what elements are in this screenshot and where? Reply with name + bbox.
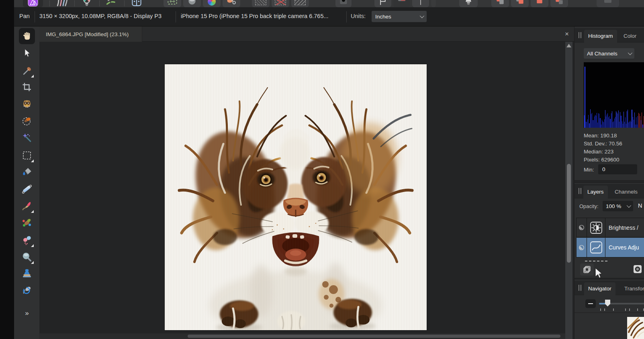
- tool-undo-brush[interactable]: [19, 283, 35, 299]
- app-window: Pan 3150 × 3200px, 10.08MP, RGBA/8 - Dis…: [0, 0, 644, 339]
- panel-grip-icon[interactable]: [579, 285, 581, 291]
- tool-erase-brush[interactable]: [19, 232, 35, 248]
- flag-line-button[interactable]: [374, 0, 391, 7]
- hatch-cross-button[interactable]: [272, 0, 289, 7]
- panel-divider: [574, 278, 644, 280]
- red-strip-button[interactable]: [393, 0, 410, 7]
- stat-stddev: Std. Dev.: 70.56: [584, 141, 622, 147]
- opacity-dropdown[interactable]: 100 %: [603, 201, 633, 211]
- tool-crop[interactable]: [19, 79, 35, 95]
- panel-grip-icon[interactable]: [579, 188, 581, 194]
- stacked-layers-button[interactable]: [580, 263, 594, 276]
- layer-thumbnail[interactable]: [587, 218, 605, 237]
- ruler-box-icon: [166, 0, 178, 7]
- mask-button[interactable]: [633, 264, 642, 274]
- tool-rect-marquee[interactable]: [19, 147, 35, 163]
- persona-tone-mapping-button[interactable]: [102, 0, 121, 7]
- arrange-c-button[interactable]: [531, 0, 548, 7]
- arrange-b-button[interactable]: [511, 0, 529, 7]
- slider-icon: [338, 0, 349, 7]
- arrange-d-button[interactable]: [550, 0, 568, 7]
- min-input[interactable]: 0: [598, 164, 637, 174]
- panel-grip-icon[interactable]: [579, 32, 581, 38]
- canvas-viewport[interactable]: [39, 42, 565, 339]
- slider-tick: [629, 308, 630, 311]
- arrange-b-icon: [514, 0, 526, 7]
- channel-dropdown-value: All Channels: [587, 51, 617, 57]
- tab-color[interactable]: Color: [619, 30, 640, 43]
- tool-owl-selection[interactable]: [19, 96, 35, 112]
- arrange-a-button[interactable]: [491, 0, 509, 7]
- tools-panel: »: [14, 27, 39, 339]
- vertical-scrollbar-thumb[interactable]: [567, 164, 571, 263]
- persona-photo-button[interactable]: [23, 0, 43, 7]
- vertical-scrollbar[interactable]: [565, 42, 572, 339]
- hatch-rect-icon: [255, 0, 266, 5]
- units-dropdown[interactable]: Inches: [372, 11, 427, 22]
- misc-toolbar-button[interactable]: [597, 0, 619, 7]
- tab-histogram[interactable]: Histogram: [584, 30, 617, 43]
- horizontal-scrollbar[interactable]: [39, 333, 565, 339]
- tab-close-button[interactable]: ×: [563, 29, 571, 39]
- tool-flood-fill[interactable]: [19, 164, 35, 180]
- tool-blur-sphere[interactable]: [19, 249, 35, 265]
- tool-magic-wand[interactable]: [19, 130, 35, 146]
- tool-paint-brush[interactable]: [19, 198, 35, 214]
- active-tool-label: Pan: [19, 13, 30, 19]
- blend-mode-dropdown[interactable]: N: [638, 202, 642, 209]
- ruler-box-button[interactable]: [164, 0, 181, 7]
- hatch-select-button[interactable]: [252, 0, 270, 7]
- tools-expand-button[interactable]: »: [19, 305, 35, 321]
- layer-row-brightness[interactable]: Brightness /: [576, 218, 644, 237]
- tool-move[interactable]: [19, 45, 35, 61]
- brush-key-button[interactable]: [223, 0, 240, 7]
- scroll-up-arrow-icon[interactable]: [566, 44, 571, 47]
- pin-dot-icon: [415, 0, 426, 7]
- tool-color-replacement-brush[interactable]: [19, 215, 35, 231]
- tool-selection-brush[interactable]: [19, 113, 35, 129]
- tool-pan-hand[interactable]: [19, 28, 35, 44]
- red-strip-icon: [396, 0, 407, 7]
- layer-toggle[interactable]: [577, 238, 587, 257]
- slider-tick: [604, 308, 605, 311]
- divider-button[interactable]: [431, 0, 436, 7]
- crop-icon: [22, 82, 32, 92]
- tool-gradient[interactable]: [19, 181, 35, 197]
- sphere-button[interactable]: [183, 0, 201, 7]
- document-tab[interactable]: IMG_6864.JPG [Modified] (23.1%): [39, 27, 142, 42]
- document-tab-bar: IMG_6864.JPG [Modified] (23.1%) ×: [39, 27, 574, 42]
- navigator-thumbnail[interactable]: [627, 317, 644, 339]
- histogram-panel-header: Histogram Color: [574, 28, 644, 43]
- layer-thumbnail[interactable]: [587, 238, 605, 257]
- tool-color-picker[interactable]: [19, 63, 35, 79]
- right-panel: Histogram Color All Channels Mean: 190.1…: [574, 27, 644, 339]
- curves-adjustment-icon: [590, 241, 603, 254]
- layer-row-curves[interactable]: Curves Adju: [576, 238, 644, 257]
- zoom-out-button[interactable]: [585, 299, 596, 308]
- assistant-button[interactable]: [459, 0, 478, 7]
- persona-liquify-button[interactable]: [53, 0, 71, 7]
- slider-small-button[interactable]: [335, 0, 352, 7]
- stat-mean: Mean: 190.18: [584, 133, 617, 139]
- dog-painting: [165, 64, 427, 330]
- tab-transform[interactable]: Transfor: [620, 282, 644, 295]
- canvas-image[interactable]: [165, 64, 427, 330]
- pin-dot-button[interactable]: [412, 0, 429, 7]
- tool-clone-stamp[interactable]: [19, 265, 35, 282]
- tab-channels[interactable]: Channels: [611, 186, 642, 198]
- close-icon: ×: [565, 30, 569, 38]
- zoom-slider-handle[interactable]: [605, 300, 610, 306]
- persona-develop-button[interactable]: [78, 0, 96, 7]
- hatch-alt-button[interactable]: [291, 0, 309, 7]
- tab-navigator[interactable]: Navigator: [584, 282, 615, 295]
- tab-layers[interactable]: Layers: [583, 186, 608, 198]
- develop-persona-icon: [81, 0, 93, 7]
- horizontal-scrollbar-thumb[interactable]: [188, 335, 560, 338]
- units-value: Inches: [375, 14, 391, 20]
- persona-export-button[interactable]: [127, 0, 146, 7]
- layer-toggle[interactable]: [577, 218, 587, 237]
- chevrons-right-icon: »: [25, 309, 29, 317]
- undo-brush-icon: [21, 285, 33, 296]
- channel-dropdown[interactable]: All Channels: [584, 48, 634, 59]
- color-wheel-button[interactable]: [203, 0, 221, 7]
